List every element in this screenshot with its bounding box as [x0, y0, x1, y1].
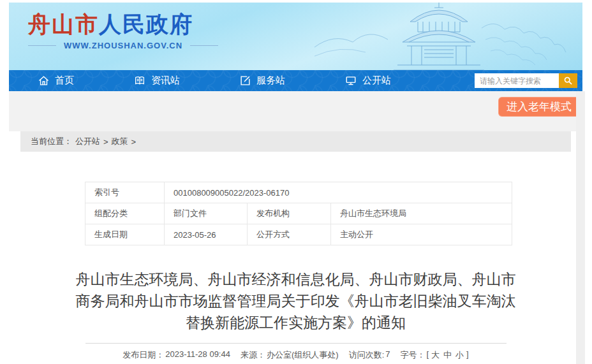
- search-box: [475, 73, 577, 88]
- breadcrumb-item-policy[interactable]: 政策: [112, 136, 128, 147]
- agency-label: 发布机构: [248, 203, 331, 224]
- font-size-control: 字号：[大中小]: [400, 349, 468, 361]
- nav-item-label: 服务站: [256, 75, 285, 87]
- agency-value: 舟山市生态环境局: [331, 203, 512, 224]
- nav-item-label: 资讯站: [151, 75, 180, 87]
- index-value: 001008009005022/2023-06170: [165, 182, 512, 203]
- site-banner: 舟山市人民政府 WWW.ZHOUSHAN.GOV.CN: [9, 3, 582, 70]
- site-title-gov: 人民政府: [99, 11, 193, 36]
- method-value: 主动公开: [331, 224, 512, 245]
- breadcrumb-separator: >: [103, 137, 108, 147]
- index-label: 索引号: [85, 182, 165, 203]
- site-title: 舟山市人民政府: [28, 10, 218, 38]
- home-icon: [38, 75, 49, 86]
- source: 来源：办公室(组织人事处): [241, 349, 339, 361]
- visit-count: 访问次数:7: [349, 349, 390, 361]
- divider-line-left: [28, 45, 56, 46]
- news-icon: [134, 75, 145, 86]
- search-icon: [563, 76, 573, 85]
- main-navbar: 首页 资讯站 服务站 公开站: [9, 70, 582, 91]
- site-url-row: WWW.ZHOUSHAN.GOV.CN: [28, 41, 218, 50]
- site-title-city: 舟山市: [28, 11, 99, 36]
- page-title: 舟山市生态环境局、舟山市经济和信息化局、舟山市财政局、舟山市商务局和舟山市市场监…: [69, 268, 523, 333]
- nav-item-label: 公开站: [362, 75, 391, 87]
- pavilion-illustration: [314, 3, 582, 70]
- nav-item-disclosure[interactable]: 公开站: [345, 75, 391, 87]
- divider-line-right: [190, 45, 218, 46]
- category-label: 组配分类: [85, 203, 165, 224]
- page-container: 舟山市人民政府 WWW.ZHOUSHAN.GOV.CN 首页 资讯站: [9, 3, 582, 361]
- search-input[interactable]: [475, 73, 559, 88]
- site-logo[interactable]: 舟山市人民政府 WWW.ZHOUSHAN.GOV.CN: [28, 10, 218, 50]
- font-size-medium[interactable]: 中: [442, 349, 453, 361]
- publish-date: 发布日期：2023-11-28 09:44: [122, 349, 230, 361]
- breadcrumb-item-disclosure[interactable]: 公开站: [75, 136, 100, 147]
- article-meta: 发布日期：2023-11-28 09:44 来源：办公室(组织人事处) 访问次数…: [9, 349, 582, 361]
- elder-mode-button[interactable]: 进入老年模式: [498, 97, 580, 117]
- disclosure-icon: [345, 75, 357, 86]
- table-row: 生成日期 2023-05-26 公开方式 主动公开: [85, 224, 512, 245]
- table-row: 组配分类 部门文件 发布机构 舟山市生态环境局: [85, 203, 512, 224]
- nav-item-home[interactable]: 首页: [38, 75, 74, 87]
- search-button[interactable]: [559, 73, 577, 88]
- nav-item-news[interactable]: 资讯站: [134, 75, 180, 87]
- article-content: 索引号 001008009005022/2023-06170 组配分类 部门文件…: [9, 152, 582, 361]
- service-icon: [240, 75, 251, 86]
- method-label: 公开方式: [248, 224, 331, 245]
- font-size-large[interactable]: 大: [430, 349, 441, 361]
- nav-item-service[interactable]: 服务站: [240, 75, 285, 87]
- category-value: 部门文件: [165, 203, 248, 224]
- font-size-small[interactable]: 小: [454, 349, 465, 361]
- breadcrumb-separator: >: [131, 137, 137, 147]
- breadcrumb: 当前位置： 公开站 > 政策 >: [20, 131, 571, 152]
- breadcrumb-label: 当前位置：: [31, 136, 72, 147]
- site-url: WWW.ZHOUSHAN.GOV.CN: [64, 41, 182, 50]
- page-scrollbar[interactable]: [576, 91, 585, 364]
- document-info-table: 索引号 001008009005022/2023-06170 组配分类 部门文件…: [85, 182, 512, 245]
- nav-item-label: 首页: [55, 75, 74, 87]
- table-row: 索引号 001008009005022/2023-06170: [85, 182, 512, 203]
- date-value: 2023-05-26: [165, 224, 248, 245]
- date-label: 生成日期: [85, 224, 165, 245]
- title-divider: [85, 343, 507, 344]
- toolbar-strip: 进入老年模式: [9, 91, 582, 131]
